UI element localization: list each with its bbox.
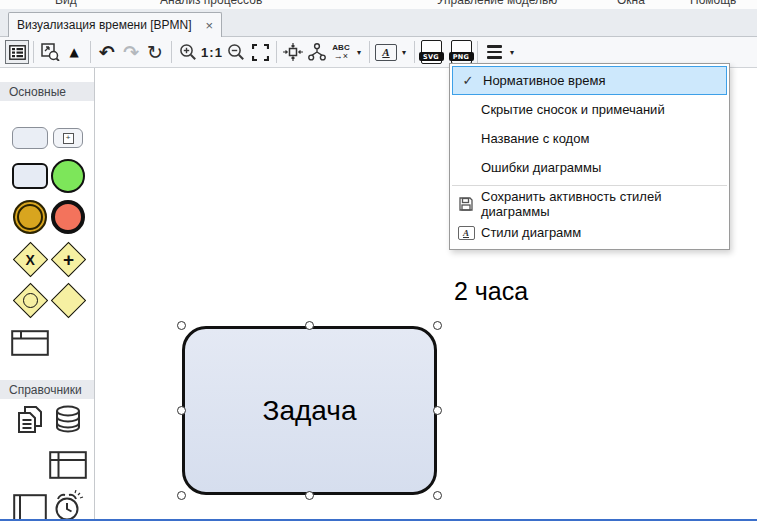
menubar: Вид Анализ процессов Управление моделью …: [0, 0, 757, 9]
export-fragment-button[interactable]: [38, 40, 62, 64]
diagram-style-icon: A: [451, 226, 481, 240]
palette-intermediate-event[interactable]: [10, 197, 50, 237]
save-icon: [451, 197, 481, 211]
palette-subprocess[interactable]: +: [48, 118, 88, 158]
zoom-out-button[interactable]: [224, 40, 248, 64]
palette-sidebar: Основные + X + Справочники: [0, 68, 95, 521]
palette-documents[interactable]: [10, 400, 50, 440]
palette-end-event[interactable]: [48, 197, 88, 237]
toolbar-separator: [171, 41, 172, 63]
toolbar-separator: [414, 41, 415, 63]
png-file-icon: PNG: [451, 40, 472, 64]
selection-handle-middle-right[interactable]: [433, 406, 442, 415]
auto-name-dropdown-icon[interactable]: ▾: [353, 40, 365, 64]
selection-handle-bottom-center[interactable]: [305, 491, 314, 500]
menu-item-normative-time[interactable]: ✓ Нормативное время: [452, 66, 727, 95]
export-svg-button[interactable]: SVG: [419, 40, 443, 64]
refresh-button[interactable]: ↻: [143, 40, 167, 64]
menu-process-analysis[interactable]: Анализ процессов: [160, 0, 262, 7]
collapse-button[interactable]: ▲: [62, 40, 86, 64]
tab-bar: Визуализация времени [BPMN] ×: [0, 9, 757, 37]
menu-separator: [452, 185, 727, 186]
palette-alarm-clock[interactable]: [48, 488, 88, 521]
selection-handle-middle-left[interactable]: [177, 406, 186, 415]
font-style-dropdown-icon[interactable]: ▾: [398, 40, 410, 64]
tab-time-visualization[interactable]: Визуализация времени [BPMN] ×: [8, 12, 222, 37]
selection-handle-top-left[interactable]: [177, 321, 186, 330]
more-menu-dropdown-icon[interactable]: ▾: [506, 40, 518, 64]
checkmark-icon: ✓: [453, 73, 483, 88]
palette-rounded-rect[interactable]: [10, 118, 50, 158]
menu-item-diagram-styles[interactable]: A Стили диаграмм: [451, 218, 728, 247]
hamburger-icon: [487, 45, 502, 59]
menu-item-save-style-activity[interactable]: Сохранить активность стилей диаграммы: [451, 189, 728, 218]
selection-handle-bottom-left[interactable]: [177, 491, 186, 500]
palette-gateway-exclusive[interactable]: X: [10, 239, 50, 279]
selection-handle-top-center[interactable]: [305, 321, 314, 330]
font-style-button[interactable]: A: [374, 40, 398, 64]
time-annotation[interactable]: 2 часа: [454, 277, 528, 306]
redo-button[interactable]: ↷: [119, 40, 143, 64]
menu-item-diagram-errors[interactable]: Ошибки диаграммы: [451, 153, 728, 182]
tab-title: Визуализация времени [BPMN]: [17, 18, 199, 32]
palette-section-main[interactable]: Основные: [0, 82, 95, 101]
menu-item-hide-footnotes[interactable]: Скрытие сносок и примечаний: [451, 95, 728, 124]
diagram-view-dropdown: ✓ Нормативное время Скрытие сносок и при…: [449, 63, 730, 250]
palette-section-references[interactable]: Справочники: [0, 380, 95, 399]
palette-gateway-parallel[interactable]: +: [48, 239, 88, 279]
palette-pool[interactable]: [10, 323, 50, 363]
palette-start-event[interactable]: [48, 156, 88, 196]
fit-screen-button[interactable]: [248, 40, 272, 64]
svg-file-icon: SVG: [421, 40, 442, 64]
palette-task[interactable]: [10, 156, 50, 196]
toolbar-separator: [33, 41, 34, 63]
export-png-button[interactable]: PNG: [449, 40, 473, 64]
app-window: Вид Анализ процессов Управление моделью …: [0, 0, 757, 521]
hierarchy-layout-button[interactable]: [305, 40, 329, 64]
zoom-100-button[interactable]: 1:1: [200, 40, 224, 64]
more-menu-button[interactable]: [482, 40, 506, 64]
palette-register[interactable]: [10, 488, 50, 521]
undo-button[interactable]: ↶: [95, 40, 119, 64]
menu-item-name-with-code[interactable]: Название с кодом: [451, 124, 728, 153]
menu-view[interactable]: Вид: [55, 0, 77, 7]
task-shape[interactable]: Задача: [182, 326, 437, 495]
palette-database[interactable]: [48, 400, 88, 440]
palette-gateway-plain[interactable]: [48, 280, 88, 320]
menu-help[interactable]: Помощь: [690, 0, 736, 7]
auto-name-button[interactable]: ABC →×: [329, 40, 353, 64]
toolbar-separator: [90, 41, 91, 63]
palette-gateway-inclusive[interactable]: [10, 280, 50, 320]
boxed-a-icon: A: [375, 44, 397, 61]
menu-model-management[interactable]: Управление моделью: [437, 0, 557, 7]
tab-close-icon[interactable]: ×: [205, 19, 213, 32]
toolbar-separator: [369, 41, 370, 63]
palette-table[interactable]: [48, 445, 88, 485]
selection-handle-top-right[interactable]: [433, 321, 442, 330]
task-label: Задача: [263, 395, 357, 427]
menu-windows[interactable]: Окна: [617, 0, 645, 7]
toolbar-separator: [477, 41, 478, 63]
toolbar-separator: [276, 41, 277, 63]
selection-handle-bottom-right[interactable]: [433, 491, 442, 500]
zoom-in-button[interactable]: [176, 40, 200, 64]
diagram-properties-button[interactable]: [5, 40, 29, 64]
center-object-button[interactable]: [281, 40, 305, 64]
